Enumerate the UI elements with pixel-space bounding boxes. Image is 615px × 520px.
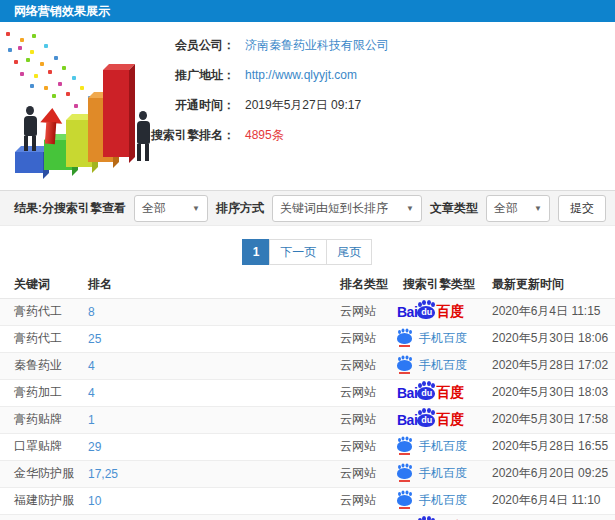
filter-group: 分搜索引擎查看 全部 ▼ 排序方式 关键词由短到长排序 ▼ 文章类型 全部 ▼ … (42, 195, 615, 222)
engine-cell: Baidu百度 (389, 514, 478, 520)
rank-link[interactable]: 4 (88, 386, 95, 400)
keyword-cell: 膏药加工 (0, 379, 74, 406)
ranking-table: 关键词 排名 排名类型 搜索引擎类型 最新更新时间 膏药代工8云网站Baidu百… (0, 276, 615, 520)
engine-select[interactable]: 全部 ▼ (134, 195, 208, 222)
updated-cell: 2020年5月30日 18:06 (478, 325, 615, 352)
growth-arrow-icon (39, 107, 64, 146)
rank-link[interactable]: 17,25 (88, 467, 118, 481)
mobile-baidu-logo: 手机百度 (397, 357, 467, 374)
rank-link[interactable]: 4 (88, 359, 95, 373)
rank-link[interactable]: 1 (88, 413, 95, 427)
updated-cell: 2020年5月30日 18:03 (478, 379, 615, 406)
businessman-figure-left (21, 106, 39, 151)
bar-blue (15, 152, 43, 173)
table-header-row: 关键词 排名 排名类型 搜索引擎类型 最新更新时间 (0, 276, 615, 298)
rank-type-cell (326, 514, 389, 520)
keyword-cell: 口罩贴牌 (0, 433, 74, 460)
article-type-select-value: 全部 (494, 200, 518, 217)
chevron-down-icon: ▼ (534, 204, 542, 213)
baidu-paw-icon (397, 359, 412, 371)
engine-type-header: 搜索引擎类型 (389, 276, 478, 298)
baidu-paw-icon: du (417, 306, 435, 319)
last-page-button[interactable]: 尾页 (326, 239, 372, 265)
engine-cell: Baidu百度 (389, 406, 478, 433)
table-row: 秦鲁药业4云网站手机百度2020年5月28日 17:02 (0, 352, 615, 379)
rank-link[interactable]: 25 (88, 332, 101, 346)
rank-count-value: 4895条 (245, 127, 284, 144)
rank-cell: 4 (74, 352, 326, 379)
info-row-rank-count: 搜索引擎排名： 4895条 (145, 120, 610, 150)
table-row: 膏药加工4云网站Baidu百度2020年5月30日 18:03 (0, 379, 615, 406)
baidu-paw-icon: du (417, 414, 435, 427)
rank-type-cell: 云网站 (326, 487, 389, 514)
chevron-down-icon: ▼ (406, 204, 414, 213)
updated-cell: 2020年6月4日 11:15 (478, 298, 615, 325)
engine-filter-label: 分搜索引擎查看 (42, 200, 126, 217)
rank-link[interactable]: 8 (88, 305, 95, 319)
confetti-decoration (6, 32, 10, 36)
rank-link[interactable]: 29 (88, 440, 101, 454)
rank-type-header: 排名类型 (326, 276, 389, 298)
page-1-button[interactable]: 1 (242, 239, 271, 265)
keyword-cell: 膏药代工 (0, 325, 74, 352)
rank-cell: 4 (74, 379, 326, 406)
promo-url-label: 推广地址： (145, 67, 235, 84)
article-type-select[interactable]: 全部 ▼ (486, 195, 550, 222)
baidu-logo: Baidu百度 (397, 303, 464, 321)
rank-type-cell: 云网站 (326, 352, 389, 379)
page-title: 网络营销效果展示 (0, 0, 615, 22)
table-row: 金华防护服17,25云网站手机百度2020年6月20日 09:25 (0, 460, 615, 487)
rank-header: 排名 (74, 276, 326, 298)
type-filter-label: 文章类型 (430, 200, 478, 217)
rank-cell: 10 (74, 487, 326, 514)
baidu-paw-icon (397, 440, 412, 452)
keyword-cell: 膏药贴牌 (0, 406, 74, 433)
engine-cell: Baidu百度 (389, 298, 478, 325)
keyword-cell: 膏药代工 (0, 298, 74, 325)
mobile-baidu-logo: 手机百度 (397, 438, 467, 455)
rank-cell: 25 (74, 325, 326, 352)
next-page-button[interactable]: 下一页 (269, 239, 327, 265)
sort-select-value: 关键词由短到长排序 (280, 200, 388, 217)
ranking-table-wrap: 关键词 排名 排名类型 搜索引擎类型 最新更新时间 膏药代工8云网站Baidu百… (0, 276, 615, 520)
mobile-baidu-logo: 手机百度 (397, 465, 467, 482)
updated-cell: 2020年5月28日 16:55 (478, 433, 615, 460)
engine-cell: 手机百度 (389, 352, 478, 379)
result-label: 结果: (0, 200, 42, 217)
engine-cell: 手机百度 (389, 325, 478, 352)
updated-cell: 2020年6月4日 11:10 (478, 487, 615, 514)
baidu-paw-icon (397, 494, 412, 506)
keyword-cell (0, 514, 74, 520)
company-label: 会员公司： (145, 37, 235, 54)
open-time-value: 2019年5月27日 09:17 (245, 97, 361, 114)
rank-type-cell: 云网站 (326, 325, 389, 352)
baidu-paw-icon: du (417, 387, 435, 400)
marketing-report-page: 网络营销效果展示 会员公司： 济南秦鲁药业科技有限公司 推广地址： (0, 0, 615, 520)
table-row: 膏药贴牌1云网站Baidu百度2020年5月30日 17:58 (0, 406, 615, 433)
rank-cell: 8 (74, 298, 326, 325)
rank-cell (74, 514, 326, 520)
mobile-baidu-logo: 手机百度 (397, 330, 467, 347)
table-body: 膏药代工8云网站Baidu百度2020年6月4日 11:15膏药代工25云网站手… (0, 298, 615, 520)
promo-url-link[interactable]: http://www.qlyyjt.com (245, 68, 357, 82)
keyword-cell: 金华防护服 (0, 460, 74, 487)
company-name-link[interactable]: 济南秦鲁药业科技有限公司 (245, 37, 389, 54)
table-row: 膏药代工25云网站手机百度2020年5月30日 18:06 (0, 325, 615, 352)
sort-select[interactable]: 关键词由短到长排序 ▼ (272, 195, 422, 222)
rank-link[interactable]: 10 (88, 494, 101, 508)
rank-type-cell: 云网站 (326, 460, 389, 487)
rank-type-cell: 云网站 (326, 433, 389, 460)
submit-button[interactable]: 提交 (558, 195, 606, 222)
table-row-partial: Baidu百度 (0, 514, 615, 520)
open-time-label: 开通时间： (145, 97, 235, 114)
keyword-header: 关键词 (0, 276, 74, 298)
updated-cell: 2020年6月20日 09:25 (478, 460, 615, 487)
bar-red (103, 70, 129, 157)
info-row-company: 会员公司： 济南秦鲁药业科技有限公司 (145, 30, 610, 60)
sort-filter-label: 排序方式 (216, 200, 264, 217)
baidu-paw-icon (397, 467, 412, 479)
table-row: 福建防护服10云网站手机百度2020年6月4日 11:10 (0, 487, 615, 514)
rank-type-cell: 云网站 (326, 406, 389, 433)
engine-cell: Baidu百度 (389, 379, 478, 406)
updated-cell: 2020年5月28日 17:02 (478, 352, 615, 379)
